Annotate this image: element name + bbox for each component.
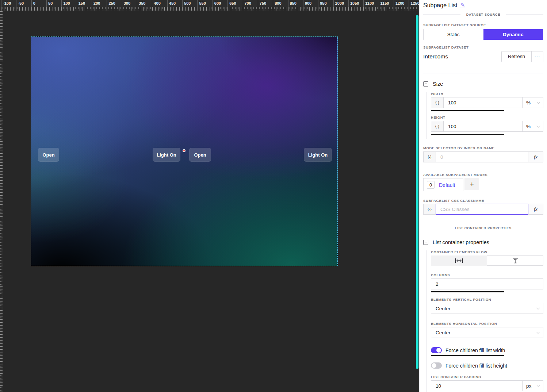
canvas-light-on-button-1[interactable]: Light On <box>153 148 180 162</box>
ruler-label: 150 <box>77 0 92 7</box>
collapse-icon[interactable] <box>423 81 428 87</box>
columns-input-row <box>431 278 543 289</box>
status-indicator-dot <box>183 149 185 152</box>
css-fx-button[interactable]: fx <box>528 204 543 215</box>
horizontal-position-select[interactable]: Center <box>431 327 543 338</box>
ruler-label: 700 <box>243 0 258 7</box>
more-options-button[interactable]: ··· <box>531 51 543 62</box>
vertical-flow-icon <box>512 258 518 264</box>
size-section-title: Size <box>433 81 443 87</box>
height-binding-button[interactable]: {-} <box>431 121 443 132</box>
dataset-label: SUBPAGELIST DATASET <box>423 46 543 49</box>
vertical-position-label: ELEMENTS VERTICAL POSITION <box>431 298 543 301</box>
ruler-label: 300 <box>122 0 137 7</box>
ruler-label: 250 <box>107 0 122 7</box>
flow-label: CONTAINER ELEMENTS FLOW <box>431 250 543 254</box>
fill-height-label: Force children fill list height <box>445 363 507 369</box>
ruler-label: 200 <box>92 0 107 7</box>
fill-height-row: Force children fill list height <box>431 362 543 369</box>
ruler-label: 800 <box>273 0 288 7</box>
height-input[interactable] <box>443 121 523 132</box>
ruler-label: 50 <box>46 0 61 7</box>
mode-tab-default[interactable]: 0 Default <box>423 178 463 191</box>
mode-index-badge: 0 <box>427 181 435 189</box>
columns-label: COLUMNS <box>431 273 543 277</box>
ruler-label: 950 <box>318 0 333 7</box>
dynamic-option[interactable]: Dynamic <box>483 29 543 40</box>
ruler-label: 450 <box>167 0 182 7</box>
mode-selector-row: {-} fx <box>423 151 543 162</box>
dataset-actions: Refresh ··· <box>501 51 543 62</box>
design-canvas[interactable]: Open Light On Open Light On <box>31 36 338 266</box>
canvas-scrollbar[interactable] <box>416 15 418 369</box>
h-ruler-labels: -100-50050100150200250300350400450500550… <box>0 0 419 7</box>
list-container-section-title: List container properties <box>433 239 489 245</box>
mode-name: Default <box>439 182 455 188</box>
ruler-label: 1100 <box>363 0 378 7</box>
add-mode-button[interactable]: + <box>464 178 479 190</box>
ruler-label: 400 <box>152 0 167 7</box>
ruler-label: 500 <box>182 0 197 7</box>
mode-binding-button[interactable]: {-} <box>423 151 436 162</box>
mode-selector-input[interactable] <box>436 151 528 162</box>
width-unit-select[interactable]: % <box>523 97 543 108</box>
flow-vertical-option[interactable] <box>487 255 543 266</box>
ruler-label: 1000 <box>333 0 348 7</box>
columns-input[interactable] <box>431 278 543 289</box>
ruler-label: 750 <box>258 0 273 7</box>
modes-tabs: 0 Default + <box>423 178 543 191</box>
canvas-open-button-2[interactable]: Open <box>189 148 211 162</box>
panel-header: Subpage List ✎ <box>423 0 543 10</box>
dataset-source-segmented: Static Dynamic <box>423 29 543 40</box>
ruler-label: 1200 <box>394 0 409 7</box>
width-drag-bar[interactable] <box>431 110 504 111</box>
padding-label: LIST CONTAINER PADDING <box>431 375 543 379</box>
horizontal-flow-icon <box>455 258 463 263</box>
container-flow-segmented <box>431 255 543 266</box>
mode-fx-button[interactable]: fx <box>528 151 543 162</box>
mode-selector-label: MODE SELECTOR BY INDEX OR NAME <box>423 146 543 150</box>
chevron-down-icon <box>536 306 540 310</box>
css-binding-button[interactable]: {-} <box>423 204 436 215</box>
height-drag-bar[interactable] <box>431 134 504 135</box>
fill-width-row: Force children fill list width <box>431 347 543 353</box>
canvas-workspace: -100-50050100150200250300350400450500550… <box>0 0 419 392</box>
columns-drag-bar[interactable] <box>431 291 504 292</box>
padding-input-row: px <box>431 380 543 391</box>
css-classes-input[interactable] <box>436 204 528 215</box>
ruler-label: 0 <box>31 0 46 7</box>
chevron-down-icon <box>537 100 540 104</box>
modes-label: AVAILABLE SUBPAGELIST MODES <box>423 173 543 177</box>
width-input[interactable] <box>443 97 523 108</box>
dataset-source-label: SUBPAGELIST DATASET SOURCE <box>423 23 543 27</box>
flow-horizontal-option[interactable] <box>431 255 487 266</box>
padding-input[interactable] <box>431 380 523 391</box>
padding-unit-select[interactable]: px <box>523 380 543 391</box>
fill-width-toggle[interactable] <box>431 347 442 353</box>
ruler-label: 100 <box>61 0 76 7</box>
size-section-header[interactable]: Size <box>423 81 543 87</box>
width-input-row: {-} % <box>431 97 543 108</box>
ruler-label: -50 <box>16 0 31 7</box>
fill-width-drag-bar[interactable] <box>431 355 504 356</box>
edit-title-icon[interactable]: ✎ <box>460 3 465 8</box>
static-option[interactable]: Static <box>424 29 483 40</box>
collapse-icon[interactable] <box>423 240 428 245</box>
fill-height-toggle[interactable] <box>431 362 442 369</box>
dataset-source-divider: DATASET SOURCE <box>423 12 543 17</box>
ruler-label: 1050 <box>348 0 363 7</box>
ruler-label: -100 <box>1 0 16 7</box>
list-container-section-header[interactable]: List container properties <box>423 239 543 245</box>
chevron-down-icon <box>536 330 540 334</box>
horizontal-position-label: ELEMENTS HORISONTAL POSITION <box>431 322 543 326</box>
canvas-light-on-button-2[interactable]: Light On <box>304 148 332 162</box>
width-binding-button[interactable]: {-} <box>431 97 443 108</box>
canvas-open-button-1[interactable]: Open <box>38 148 59 162</box>
height-unit-select[interactable]: % <box>523 121 543 132</box>
refresh-button[interactable]: Refresh <box>502 51 531 62</box>
size-section-body: WIDTH {-} % HEIGHT {-} % <box>426 92 543 139</box>
vertical-position-select[interactable]: Center <box>431 303 543 314</box>
list-container-divider: LIST CONTAINER PROPERTIES <box>423 226 543 230</box>
dataset-name: Intercoms <box>423 53 448 60</box>
css-classname-row: {-} fx <box>423 204 543 215</box>
